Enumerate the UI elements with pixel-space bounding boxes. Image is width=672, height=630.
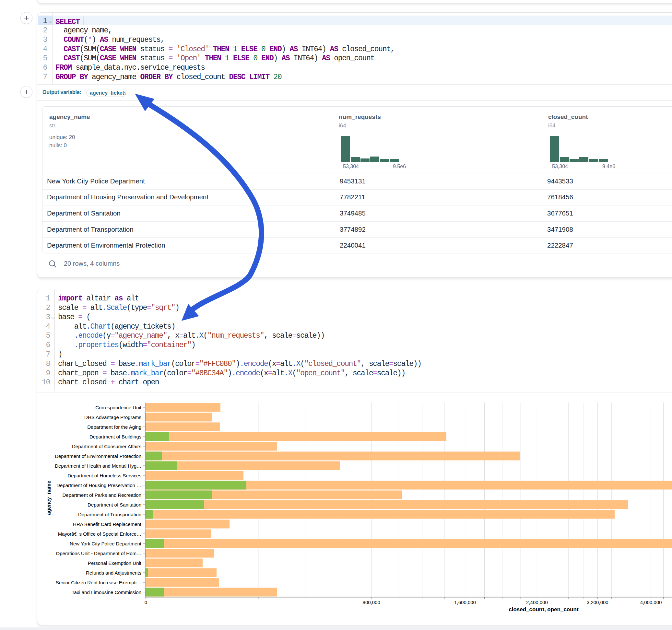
svg-text:2,400,000: 2,400,000 xyxy=(526,600,548,605)
svg-text:Senior Citizen Rent Increase E: Senior Citizen Rent Increase Exempti… xyxy=(56,580,141,585)
svg-text:DHS Advantage Programs: DHS Advantage Programs xyxy=(84,414,141,420)
svg-text:Department of Health and Menta: Department of Health and Mental Hyg… xyxy=(55,463,141,468)
svg-text:Department of Parks and Recrea: Department of Parks and Recreation xyxy=(63,492,141,498)
svg-text:Personal Exemption Unit: Personal Exemption Unit xyxy=(88,560,142,566)
svg-text:1,600,000: 1,600,000 xyxy=(454,600,476,605)
svg-text:Mayorâ€ s Office of Special En: Mayorâ€ s Office of Special Enforce… xyxy=(58,531,141,537)
svg-text:800,000: 800,000 xyxy=(363,600,380,605)
svg-text:0: 0 xyxy=(145,600,147,605)
svg-text:closed_count, open_count: closed_count, open_count xyxy=(509,606,579,612)
svg-text:Refunds and Adjustments: Refunds and Adjustments xyxy=(86,570,141,576)
svg-text:HRA Benefit Card Replacement: HRA Benefit Card Replacement xyxy=(73,522,142,527)
svg-text:4,000,000: 4,000,000 xyxy=(640,600,662,605)
svg-text:Department of Environmental Pr: Department of Environmental Protection xyxy=(55,453,141,459)
svg-text:Department of Housing Preserva: Department of Housing Preservation … xyxy=(56,483,141,488)
svg-text:Department of Consumer Affairs: Department of Consumer Affairs xyxy=(72,444,141,449)
svg-text:Taxi and Limousine Commission: Taxi and Limousine Commission xyxy=(72,589,141,595)
svg-text:Department of Transportation: Department of Transportation xyxy=(78,512,141,517)
svg-text:agency_name: agency_name xyxy=(46,481,51,515)
svg-text:3,200,000: 3,200,000 xyxy=(587,600,608,605)
svg-text:Department of Homeless Service: Department of Homeless Services xyxy=(67,473,141,478)
svg-text:Department of Sanitation: Department of Sanitation xyxy=(88,502,141,508)
svg-text:New York City Police Departmen: New York City Police Department xyxy=(70,541,142,547)
svg-text:Department for the Aging: Department for the Aging xyxy=(87,424,141,430)
svg-text:Operations Unit - Department o: Operations Unit - Department of Hom… xyxy=(56,551,141,556)
svg-text:Correspondence Unit: Correspondence Unit xyxy=(95,405,142,410)
svg-text:Department of Buildings: Department of Buildings xyxy=(90,434,141,439)
